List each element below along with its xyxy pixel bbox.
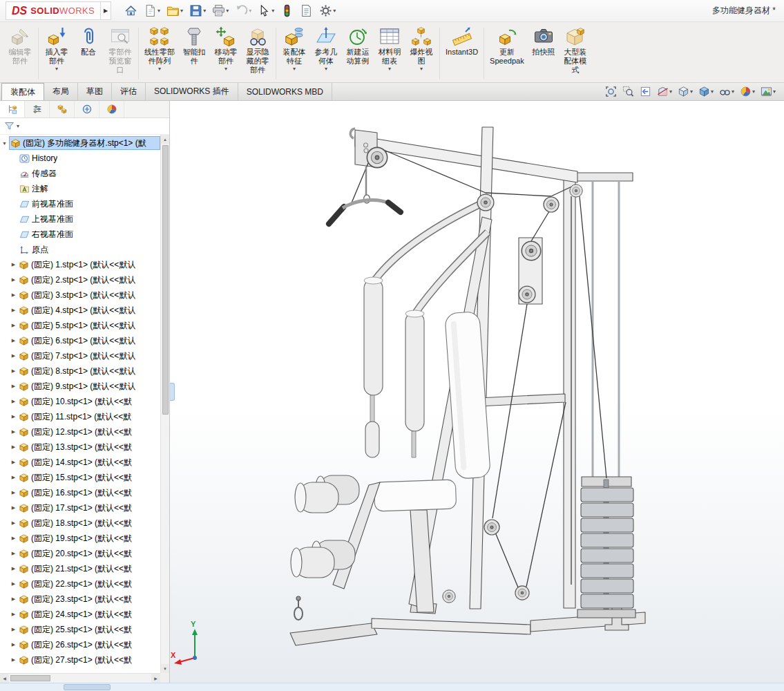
window-scroll-thumb[interactable] <box>64 684 111 690</box>
expand-icon[interactable]: ▶ <box>9 307 18 313</box>
tree-component[interactable]: ▶ (固定) 22.stp<1> (默认<<默 <box>0 576 160 591</box>
expand-icon[interactable]: ▶ <box>9 399 18 404</box>
tree-component[interactable]: ▶ (固定) 19.stp<1> (默认<<默 <box>0 531 160 546</box>
tree-component[interactable]: ▶ (固定) 13.stp<1> (默认<<默 <box>0 439 160 455</box>
tree-component[interactable]: ▶ (固定) 8.stp<1> (默认<<默认 <box>0 363 160 379</box>
tree-component[interactable]: ▶ (固定) 5.stp<1> (默认<<默认 <box>0 318 160 333</box>
ribbon-button-exploded-view[interactable]: 爆炸视 图 ▾ <box>405 25 437 73</box>
expand-icon[interactable]: ▶ <box>9 368 18 374</box>
scroll-down-icon[interactable]: ▼ <box>161 664 170 673</box>
qat-button-options[interactable]: ▾ <box>317 3 338 19</box>
panel-splitter-handle[interactable] <box>170 383 175 401</box>
qat-button-new-document[interactable]: ▾ <box>142 3 162 19</box>
expand-icon[interactable]: ▶ <box>9 657 18 663</box>
scroll-up-icon[interactable]: ▲ <box>161 135 170 144</box>
expand-icon[interactable]: ▶ <box>9 536 18 541</box>
tree-component[interactable]: ▶ (固定) 1.stp<1> (默认<<默认 <box>0 257 160 272</box>
tree-component[interactable]: ▶ (固定) 24.stp<1> (默认<<默 <box>0 607 160 622</box>
ribbon-button-assembly-features[interactable]: 装配体 特征 ▾ <box>278 25 310 73</box>
ribbon-button-bill-of-materials[interactable]: 材料明 细表 ▾ <box>374 25 405 73</box>
gym-machine-model[interactable]: Y X <box>170 101 784 683</box>
view-tool-view-orientation[interactable]: ▾ <box>678 86 693 97</box>
ribbon-button-move-component[interactable]: 移动零 部件 ▾ <box>210 25 242 73</box>
filter-funnel-icon[interactable] <box>4 121 15 131</box>
qat-button-home[interactable]: ▾ <box>122 3 140 19</box>
tree-horizontal-scrollbar[interactable]: ◀ ▶ <box>0 673 160 683</box>
tab-layout[interactable]: 布局 <box>44 83 78 100</box>
tree-folder[interactable]: 右视基准面 <box>0 227 160 242</box>
tab-solidworks-mbd[interactable]: SOLIDWORKS MBD <box>238 83 332 100</box>
panel-tab-displaymanager[interactable] <box>99 101 124 117</box>
expand-icon[interactable]: ▶ <box>9 277 18 283</box>
ribbon-button-new-motion-study[interactable]: 新建运 动算例 ▾ <box>342 25 374 67</box>
expand-icon[interactable]: ▶ <box>9 612 18 617</box>
view-tool-hide-show-items[interactable]: ▾ <box>719 86 734 97</box>
expand-icon[interactable]: ▼ <box>0 141 9 146</box>
expand-icon[interactable]: ▶ <box>9 292 18 298</box>
view-tool-zoom-to-area[interactable]: ▾ <box>622 86 634 97</box>
tree-component[interactable]: ▶ (固定) 3.stp<1> (默认<<默认 <box>0 287 160 303</box>
tree-component[interactable]: ▶ (固定) 18.stp<1> (默认<<默 <box>0 515 160 531</box>
qat-button-rebuild[interactable]: ▾ <box>278 3 296 19</box>
ribbon-button-linear-component-pattern[interactable]: 线性零部 件阵列 ▾ <box>141 25 178 73</box>
ribbon-button-large-assembly-mode[interactable]: 大型装 配体模 式 ▾ <box>560 25 591 76</box>
tree-vertical-scrollbar[interactable]: ▲ ▼ <box>160 135 169 673</box>
expand-icon[interactable]: ▶ <box>9 596 18 602</box>
tree-component[interactable]: ▶ (固定) 7.stp<1> (默认<<默认 <box>0 348 160 363</box>
expand-icon[interactable]: ▶ <box>9 460 18 465</box>
tree-component[interactable]: ▶ (固定) 4.stp<1> (默认<<默认 <box>0 303 160 318</box>
tree-folder[interactable]: 上视基准面 <box>0 211 160 227</box>
panel-tab-featuremanager[interactable] <box>0 101 25 117</box>
expand-icon[interactable]: ▶ <box>9 551 18 556</box>
view-tool-display-style[interactable]: ▾ <box>698 86 714 97</box>
expand-icon[interactable]: ▶ <box>9 475 18 480</box>
window-horizontal-scrollbar[interactable] <box>0 683 784 691</box>
tab-sketch[interactable]: 草图 <box>78 83 112 100</box>
tree-folder[interactable]: 传感器 <box>0 166 160 181</box>
expand-icon[interactable]: ▶ <box>9 262 18 267</box>
qat-button-print[interactable]: ▾ <box>210 3 231 19</box>
qat-button-open[interactable]: ▾ <box>164 3 185 19</box>
scroll-right-icon[interactable]: ▶ <box>151 674 160 683</box>
ribbon-button-show-hidden-components[interactable]: 显示隐 藏的零 部件 ▾ <box>242 25 274 76</box>
scroll-left-icon[interactable]: ◀ <box>0 674 9 683</box>
qat-button-save[interactable]: ▾ <box>187 3 208 19</box>
tree-component[interactable]: ▶ (固定) 2.stp<1> (默认<<默认 <box>0 272 160 287</box>
expand-icon[interactable]: ▶ <box>9 566 18 571</box>
graphics-area[interactable]: Y X <box>170 101 784 683</box>
view-tool-section-view[interactable]: ▾ <box>657 86 672 97</box>
expand-icon[interactable]: ▶ <box>9 353 18 359</box>
dropdown-caret-icon[interactable]: ▾ <box>17 124 19 129</box>
tree-component[interactable]: ▶ (固定) 9.stp<1> (默认<<默认 <box>0 379 160 394</box>
expand-icon[interactable]: ▶ <box>9 429 18 435</box>
ribbon-button-update-speedpak[interactable]: 更新 Speedpak ▾ <box>486 25 528 67</box>
tree-component[interactable]: ▶ (固定) 14.stp<1> (默认<<默 <box>0 455 160 470</box>
view-tool-zoom-to-fit[interactable]: ▾ <box>605 86 617 97</box>
ribbon-button-insert-components[interactable]: 插入零 部件 ▾ <box>41 25 73 73</box>
view-tool-previous-view[interactable]: ▾ <box>640 86 651 97</box>
tree-component[interactable]: ▶ (固定) 16.stp<1> (默认<<默 <box>0 485 160 500</box>
expand-icon[interactable]: ▶ <box>9 323 18 328</box>
expand-icon[interactable]: ▶ <box>9 642 18 647</box>
solidworks-menu[interactable]: DS SOLIDWORKS ▶ <box>6 1 111 20</box>
expand-icon[interactable]: ▶ <box>9 414 18 419</box>
expand-icon[interactable]: ▶ <box>9 581 18 587</box>
expand-icon[interactable]: ▶ <box>9 627 18 632</box>
expand-icon[interactable]: ▶ <box>9 490 18 495</box>
ribbon-button-take-snapshot[interactable]: 拍快照 ▾ <box>528 25 560 58</box>
tree-component[interactable]: ▶ (固定) 27.stp<1> (默认<<默 <box>0 652 160 668</box>
tree-component[interactable]: ▶ (固定) 15.stp<1> (默认<<默 <box>0 470 160 485</box>
panel-tab-configurationmanager[interactable] <box>50 101 75 117</box>
expand-icon[interactable]: ▶ <box>9 444 18 450</box>
tab-solidworks-addins[interactable]: SOLIDWORKS 插件 <box>146 83 238 100</box>
expand-icon[interactable]: ▶ <box>9 520 18 526</box>
tab-evaluate[interactable]: 评估 <box>112 83 146 100</box>
view-tool-edit-appearance[interactable]: ▾ <box>740 86 755 97</box>
tree-component[interactable]: ▶ (固定) 11.stp<1> (默认<<默 <box>0 409 160 424</box>
ribbon-button-mate[interactable]: 配合 ▾ <box>73 25 104 58</box>
tree-component[interactable]: ▶ (固定) 21.stp<1> (默认<<默 <box>0 561 160 576</box>
tree-component[interactable]: ▶ (固定) 17.stp<1> (默认<<默 <box>0 500 160 515</box>
panel-tab-propertymanager[interactable] <box>25 101 50 117</box>
tree-component[interactable]: ▶ (固定) 23.stp<1> (默认<<默 <box>0 591 160 607</box>
tree-folder[interactable]: 前视基准面 <box>0 196 160 211</box>
